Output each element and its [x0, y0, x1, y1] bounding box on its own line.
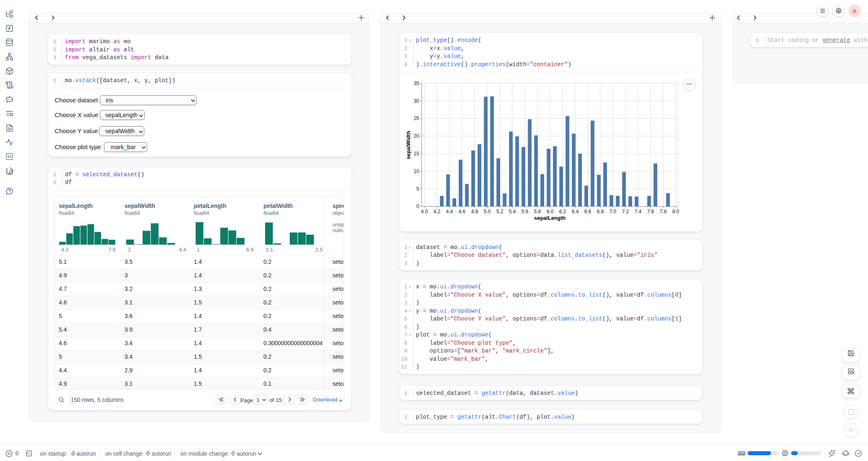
svg-text:4.8: 4.8	[471, 209, 478, 214]
svg-text:35: 35	[413, 81, 419, 86]
svg-text:7.8: 7.8	[660, 209, 667, 214]
svg-text:4.0: 4.0	[421, 209, 428, 214]
svg-text:15: 15	[413, 151, 419, 157]
svg-text:6.2: 6.2	[559, 209, 566, 214]
svg-text:25: 25	[413, 115, 419, 121]
svg-text:5.8: 5.8	[534, 209, 541, 214]
svg-text:30: 30	[413, 98, 419, 104]
svg-text:4.6: 4.6	[459, 209, 466, 214]
svg-text:sepalLength: sepalLength	[534, 215, 566, 221]
svg-text:7.4: 7.4	[635, 209, 642, 214]
svg-text:5.2: 5.2	[496, 209, 503, 214]
svg-text:6.8: 6.8	[597, 209, 604, 214]
svg-text:7.2: 7.2	[622, 209, 629, 214]
svg-text:10: 10	[413, 168, 419, 174]
svg-text:sepalWidth: sepalWidth	[405, 131, 411, 159]
svg-text:6.4: 6.4	[572, 209, 579, 214]
svg-text:5: 5	[416, 186, 419, 192]
svg-text:5.0: 5.0	[484, 209, 491, 214]
svg-text:20: 20	[413, 133, 419, 139]
svg-text:7.0: 7.0	[609, 209, 616, 214]
svg-text:7.6: 7.6	[647, 209, 654, 214]
svg-text:4.2: 4.2	[434, 209, 441, 214]
svg-text:8.0: 8.0	[672, 209, 679, 214]
svg-text:0: 0	[416, 203, 419, 209]
svg-text:6.6: 6.6	[584, 209, 591, 214]
svg-text:5.6: 5.6	[522, 209, 529, 214]
svg-text:5.4: 5.4	[509, 209, 516, 214]
svg-text:6.0: 6.0	[547, 209, 554, 214]
svg-text:4.4: 4.4	[446, 209, 453, 214]
